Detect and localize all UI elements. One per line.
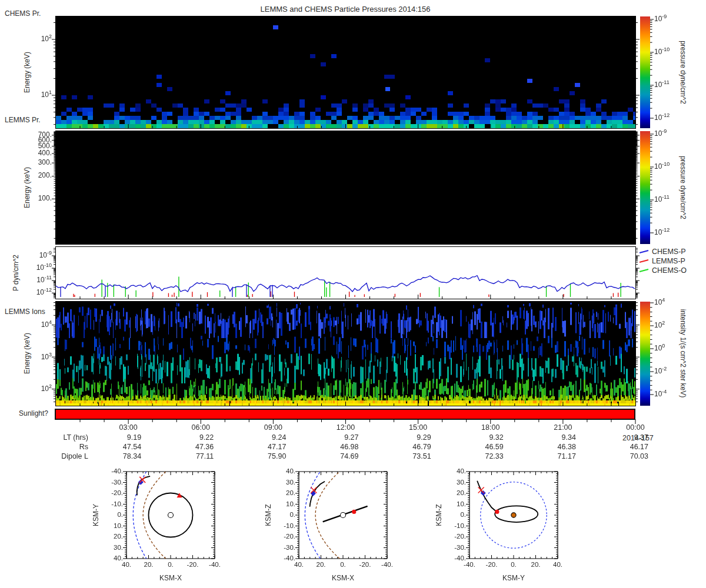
orbit-ytick-label: 40.	[441, 467, 466, 475]
legend-label: CHEMS-P	[652, 248, 686, 256]
orbit-ytick-label: 0.	[441, 511, 466, 518]
eph-value: 46.79	[394, 443, 431, 451]
sunlight-bar	[55, 409, 635, 420]
pressure-cb-tick-label: 10-10	[654, 162, 670, 171]
orbit-ytick-label: 10.	[271, 500, 295, 507]
eph-value: 46.98	[321, 443, 359, 451]
orbit-xtick-label: -40.	[458, 561, 481, 568]
pressure-cb-tick-label: 10-11	[654, 81, 670, 89]
orbit-xtick-label: 40.	[546, 561, 570, 568]
orbit-ytick-label: -30.	[271, 544, 295, 551]
eph-value: 46.17	[611, 443, 648, 451]
eph-value: 9.37	[611, 433, 648, 442]
legend-swatch-chems-o	[639, 268, 650, 273]
pressure-colorbar-unit-label-1: pressure dyne/cm^2	[679, 41, 687, 104]
ions-panel-label: LEMMS Ions	[5, 308, 45, 316]
eph-value: 9.19	[104, 433, 141, 442]
legend-swatch-chems-p	[639, 249, 650, 255]
legend-swatch-lemms-p	[639, 258, 650, 264]
pressure-cb-tick-label: 10-10	[654, 48, 670, 56]
orbit-ytick-label: -40.	[98, 467, 123, 475]
ions-ytick-label: 104	[18, 320, 52, 329]
eph-value: 9.32	[466, 433, 504, 442]
legend-item: CHEMS-P	[639, 247, 687, 256]
lemms-pressure-spectrogram	[55, 131, 636, 245]
eph-row-label: Rs	[24, 443, 88, 451]
ions-ytick-label: 103	[18, 353, 52, 361]
orbit-yaxis-label: KSM-Z	[435, 504, 443, 526]
orbit-ytick-label: -20.	[98, 489, 123, 496]
orbit-ytick-label: 20.	[441, 489, 466, 496]
eph-value: 46.38	[538, 443, 576, 451]
eph-value: 77.11	[176, 452, 214, 460]
orbit-yaxis-label: KSM-Y	[92, 504, 100, 526]
intensity-cb-tick-label: 102	[654, 321, 665, 329]
orbit-xtick-label: 40.	[115, 561, 138, 568]
eph-value: 9.24	[248, 433, 286, 442]
orbit-plot-1	[126, 472, 216, 560]
lemms-ions-spectrogram	[55, 301, 636, 406]
intensity-cb-tick-label: 10-2	[654, 367, 667, 375]
lemms-ytick-label: 100.	[18, 194, 52, 202]
orbit-ytick-label: 0.	[271, 511, 295, 518]
eph-value: 9.27	[321, 433, 359, 442]
chems-panel-label: CHEMS Pr.	[5, 9, 41, 18]
orbit-xtick-label: 0.	[159, 561, 182, 568]
legend-item: LEMMS-P	[639, 256, 687, 266]
eph-value: 78.34	[104, 452, 141, 460]
eph-value: 70.03	[611, 452, 648, 460]
orbit-yaxis-label: KSM-Z	[264, 504, 272, 526]
orbit-ytick-label: 30.	[441, 479, 466, 486]
orbit-ytick-label: -40.	[441, 554, 466, 562]
pressure-cb-tick-label: 10-9	[654, 15, 667, 23]
eph-value: 47.54	[104, 443, 141, 451]
orbit-ytick-label: 30.	[98, 544, 123, 551]
time-tick-label: 12:00	[328, 423, 364, 432]
pressure-cb-tick-label: 10-11	[654, 195, 670, 203]
lemms-ytick-label: 300.	[18, 158, 52, 166]
orbit-plot-2	[299, 472, 388, 560]
lemms-ytick-label: 400.	[18, 149, 52, 157]
orbit-xtick-label: 0.	[502, 561, 525, 568]
legend-label: LEMMS-P	[652, 257, 685, 265]
pressure-axis-label: P dyn/cm^2	[12, 255, 20, 291]
orbit-xtick-label: -20.	[354, 561, 377, 568]
orbit-plot-3	[469, 472, 559, 560]
eph-value: 9.22	[176, 433, 214, 442]
eph-value: 72.33	[466, 452, 504, 460]
plot-page: LEMMS and CHEMS Particle Pressures 2014:…	[0, 0, 706, 588]
chems-pressure-spectrogram	[55, 16, 636, 129]
time-tick-label: 21:00	[545, 423, 581, 432]
orbit-xtick-label: 20.	[309, 561, 333, 568]
time-tick-label: 18:00	[473, 423, 508, 432]
intensity-colorbar-unit-label: intensity 1/(s cm^2 ster keV)	[679, 309, 687, 397]
chems-ytick-label: 102	[18, 35, 52, 43]
pressure-cb-tick-label: 10-12	[654, 228, 670, 236]
pressure-cb-tick-label: 10-9	[654, 129, 667, 138]
energy-axis-label-1: Energy (keV)	[23, 52, 31, 93]
eph-value: 47.36	[176, 443, 214, 451]
eph-value: 73.51	[394, 452, 431, 460]
orbit-ytick-label: 10.	[98, 522, 123, 529]
pressure-line-plot	[55, 246, 636, 299]
time-tick-label: 00:00	[618, 423, 653, 432]
intensity-cb-tick-label: 100	[654, 344, 665, 352]
orbit-xaxis-label: KSM-Y	[490, 574, 537, 582]
intensity-cb-tick-label: 104	[654, 298, 665, 306]
orbit-xtick-label: 20.	[137, 561, 161, 568]
page-title: LEMMS and CHEMS Particle Pressures 2014:…	[169, 5, 522, 14]
orbit-xtick-label: -20.	[480, 561, 504, 568]
chems-ytick-label: 101	[18, 91, 52, 99]
orbit-ytick-label: -10.	[98, 500, 123, 507]
orbit-xaxis-label: KSM-X	[319, 574, 367, 582]
orbit-ytick-label: 20.	[271, 489, 295, 496]
orbit-ytick-label: -20.	[271, 533, 295, 540]
time-tick-label: 03:00	[111, 423, 146, 432]
orbit-ytick-label: -30.	[98, 479, 123, 486]
orbit-ytick-label: 40.	[271, 467, 295, 475]
pressure-colorbar-1	[640, 16, 650, 128]
orbit-xtick-label: 20.	[524, 561, 548, 568]
orbit-xtick-label: 40.	[287, 561, 311, 568]
orbit-xaxis-label: KSM-X	[147, 574, 194, 582]
orbit-ytick-label: 0.	[98, 511, 123, 518]
